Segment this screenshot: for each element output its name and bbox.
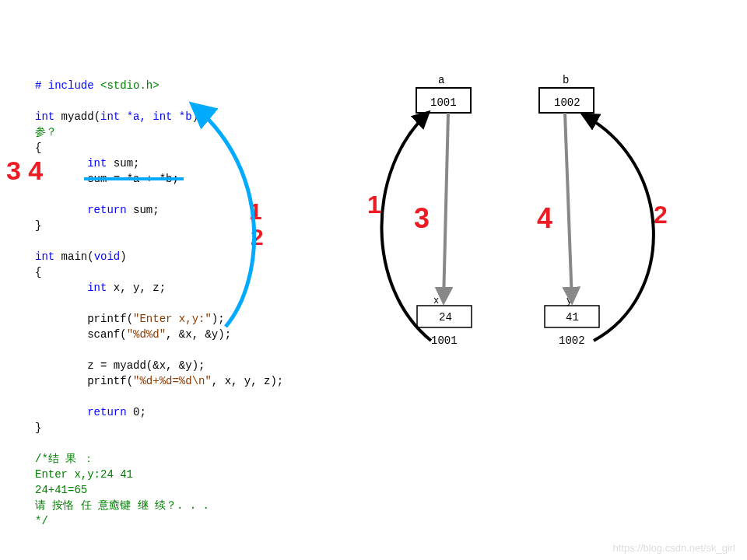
box-y-val: 41 [566, 311, 579, 324]
res-hdr: /*结 果 ： [35, 453, 94, 465]
include-kw: # include [35, 79, 100, 92]
label-x: x [433, 296, 439, 306]
anno-1-curve: 1 [249, 198, 262, 225]
printf1-a: printf( [87, 313, 133, 325]
printf1-b: ); [212, 313, 225, 325]
intsum-kw: int [87, 157, 107, 170]
ret0-rest: 0; [127, 406, 146, 418]
anno-d3: 3 [414, 202, 430, 235]
black-arrow-2 [584, 115, 654, 341]
lbrace2: { [35, 266, 41, 278]
anno-d2: 2 [654, 201, 668, 229]
lbrace1: { [35, 142, 41, 154]
xyz-kw: int [87, 282, 107, 294]
code-block: # include <stdio.h> int myadd(int *a, in… [35, 62, 283, 529]
printf2-b: , x, y, z); [212, 375, 283, 387]
watermark: https://blog.csdn.net/sk_girl [612, 542, 735, 554]
printf2-s: "%d+%d=%d\n" [133, 375, 212, 387]
x-addr: 1001 [431, 334, 458, 347]
rbrace1: } [35, 219, 41, 232]
intsum-rest: sum; [107, 157, 139, 170]
sum-underline [84, 177, 184, 180]
res-l3: 请 按恪 任 意癒键 继 续？. . . [35, 499, 209, 512]
label-a: a [438, 74, 444, 86]
anno-34: 3 4 [6, 156, 43, 186]
rbrace2: } [35, 422, 41, 434]
printf2-a: printf( [87, 375, 133, 387]
scanf-b: , &x, &y); [166, 328, 231, 341]
main-int: int [35, 250, 54, 263]
fn-close: ) [192, 110, 198, 123]
box-x-val: 24 [439, 311, 452, 324]
fn-name: myadd( [54, 110, 100, 123]
ret-kw: return [87, 204, 126, 216]
fn-int: int [35, 110, 54, 123]
y-addr: 1002 [559, 334, 585, 347]
grey-arrow-4 [565, 113, 572, 302]
label-y: y [566, 296, 572, 306]
scanf-a: scanf( [87, 328, 126, 341]
z-call: z = myadd(&x, &y); [87, 359, 205, 372]
ret0-kw: return [87, 406, 126, 418]
label-b: b [563, 74, 569, 86]
xyz-rest: x, y, z; [107, 282, 166, 294]
main-close: ) [120, 250, 126, 263]
box-b-val: 1002 [554, 96, 580, 109]
main-name: main( [54, 250, 93, 263]
ret-rest: sum; [127, 204, 160, 216]
res-l2: 24+41=65 [35, 484, 87, 496]
printf1-s: "Enter x,y:" [133, 313, 212, 325]
fn-params: int *a, int *b [100, 110, 192, 123]
box-a-val: 1001 [430, 96, 457, 109]
param-note: 参？ [35, 126, 57, 138]
anno-2-curve: 2 [251, 224, 264, 250]
anno-d4: 4 [537, 202, 552, 235]
stdio-h: <stdio.h> [100, 79, 160, 92]
res-close: */ [35, 515, 48, 527]
res-l1: Enter x,y:24 41 [35, 468, 133, 481]
main-void: void [94, 250, 121, 263]
scanf-s: "%d%d" [127, 328, 166, 341]
grey-arrow-3 [444, 113, 448, 302]
anno-d1: 1 [367, 191, 381, 219]
